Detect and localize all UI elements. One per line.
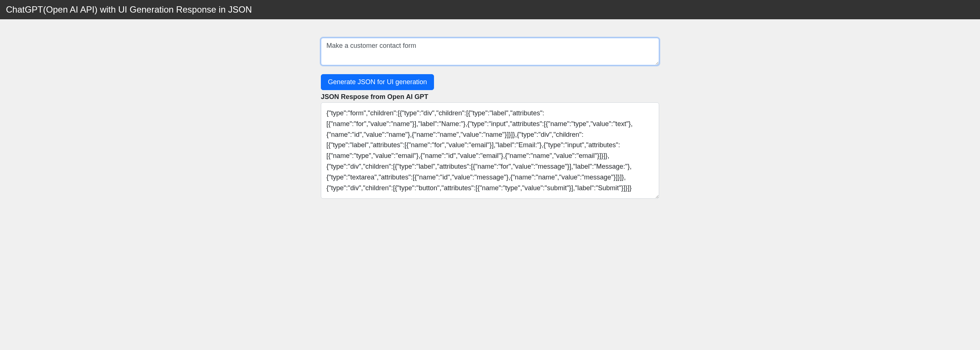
app-title: ChatGPT(Open AI API) with UI Generation … <box>6 5 252 14</box>
app-header: ChatGPT(Open AI API) with UI Generation … <box>0 0 980 19</box>
main-container: Make a customer contact form Generate JS… <box>321 19 659 200</box>
generate-button[interactable]: Generate JSON for UI generation <box>321 74 434 90</box>
response-label: JSON Respose from Open AI GPT <box>321 93 659 101</box>
response-output[interactable]: {"type":"form","children":[{"type":"div"… <box>321 102 659 199</box>
prompt-input[interactable]: Make a customer contact form <box>321 38 659 65</box>
